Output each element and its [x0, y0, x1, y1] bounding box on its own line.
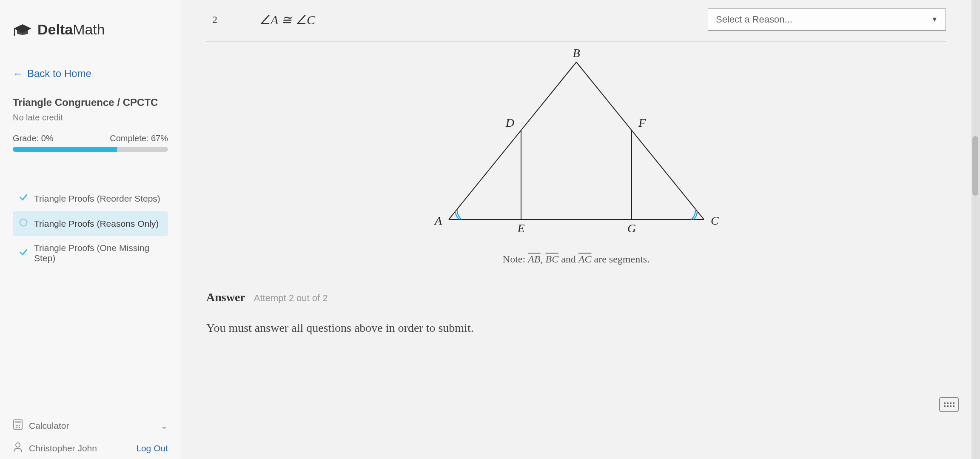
answer-heading: Answer Attempt 2 out of 2 [206, 291, 946, 304]
figure-note: Note: AB, BC and AC are segments. [206, 254, 946, 265]
scroll-thumb[interactable] [972, 136, 978, 196]
svg-line-12 [449, 62, 576, 220]
late-credit-text: No late credit [13, 113, 168, 123]
figure: B A C D F E G Note: AB, BC and AC are se… [206, 49, 946, 265]
reason-select[interactable]: Select a Reason... ▼ [708, 9, 946, 31]
back-label: Back to Home [27, 68, 91, 80]
topic-label: Triangle Proofs (One Missing Step) [34, 243, 162, 263]
sidebar-footer: Calculator ⌄ Christopher John Log Out [0, 419, 181, 459]
check-icon [19, 248, 28, 259]
topic-list: Triangle Proofs (Reorder Steps) Triangle… [13, 186, 168, 270]
sidebar: DeltaMath ← Back to Home Triangle Congru… [0, 0, 181, 459]
keyboard-icon [944, 402, 954, 407]
svg-point-6 [17, 425, 19, 426]
user-icon [13, 442, 23, 455]
label-C: C [711, 214, 719, 227]
topic-label: Triangle Proofs (Reasons Only) [34, 219, 159, 229]
logo: DeltaMath [13, 21, 168, 38]
calculator-icon [13, 419, 23, 432]
submit-message: You must answer all questions above in o… [206, 321, 946, 335]
virtual-keyboard-button[interactable] [939, 397, 959, 412]
label-A: A [433, 214, 442, 227]
check-icon [19, 193, 28, 204]
topic-item-reorder-steps[interactable]: Triangle Proofs (Reorder Steps) [13, 186, 168, 211]
progress-fill [13, 147, 117, 152]
label-E: E [517, 222, 524, 235]
circle-progress-icon [19, 218, 28, 229]
svg-point-10 [19, 427, 20, 428]
proof-statement: ∠A ≅ ∠C [240, 12, 334, 27]
progress-bar [13, 147, 168, 152]
back-to-home-link[interactable]: ← Back to Home [13, 68, 168, 80]
arrow-left-icon: ← [13, 68, 23, 80]
topic-item-one-missing-step[interactable]: Triangle Proofs (One Missing Step) [13, 236, 168, 270]
svg-point-11 [16, 443, 20, 447]
svg-point-1 [14, 34, 15, 36]
topic-label: Triangle Proofs (Reorder Steps) [34, 194, 160, 204]
svg-point-9 [17, 427, 19, 428]
topic-item-reasons-only[interactable]: Triangle Proofs (Reasons Only) [13, 211, 168, 236]
assignment-title: Triangle Congruence / CPCTC [13, 97, 168, 108]
attempt-text: Attempt 2 out of 2 [254, 293, 328, 304]
svg-point-5 [16, 425, 17, 426]
chevron-down-icon: ▼ [931, 16, 938, 23]
step-number: 2 [206, 14, 223, 26]
user-name: Christopher John [29, 443, 97, 453]
label-B: B [573, 49, 580, 60]
answer-label: Answer [206, 291, 245, 304]
chevron-down-icon: ⌄ [160, 421, 168, 431]
main-content: 2 ∠A ≅ ∠C Select a Reason... ▼ B A C D [181, 0, 971, 459]
svg-point-8 [16, 427, 17, 428]
proof-step-row: 2 ∠A ≅ ∠C Select a Reason... ▼ [206, 9, 946, 42]
grade-label: Grade: 0% [13, 134, 54, 143]
scrollbar[interactable] [971, 0, 980, 459]
svg-point-7 [19, 425, 20, 426]
graduation-cap-icon [13, 23, 32, 36]
reason-placeholder: Select a Reason... [716, 14, 792, 25]
user-row: Christopher John Log Out [13, 442, 168, 455]
label-F: F [638, 116, 646, 129]
stats-row: Grade: 0% Complete: 67% [13, 134, 168, 143]
triangle-diagram: B A C D F E G [423, 49, 729, 237]
logout-link[interactable]: Log Out [136, 443, 168, 453]
svg-rect-4 [15, 421, 21, 423]
calculator-label: Calculator [29, 421, 69, 431]
calculator-toggle[interactable]: Calculator ⌄ [13, 419, 168, 432]
complete-label: Complete: 67% [110, 134, 168, 143]
svg-point-2 [20, 219, 27, 226]
label-D: D [505, 116, 514, 129]
svg-line-13 [576, 62, 704, 220]
label-G: G [627, 222, 635, 235]
brand-text: DeltaMath [37, 21, 105, 38]
